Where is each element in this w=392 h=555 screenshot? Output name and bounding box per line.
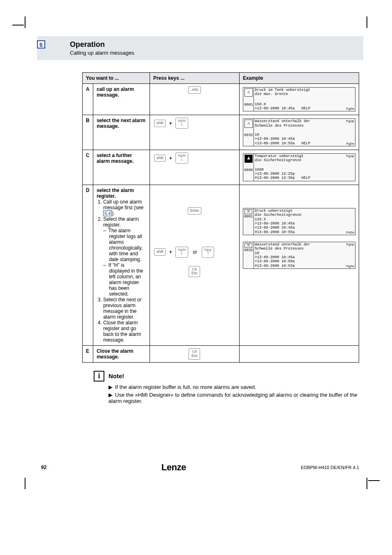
step-3: Select the next or previous alarm messag… [103, 297, 146, 320]
crop-mark [25, 16, 25, 28]
step-2b: If "H" is displayed in the left column, … [109, 262, 146, 297]
crop-mark [12, 25, 24, 25]
shift-key: shift [154, 155, 166, 162]
crop-mark [367, 16, 367, 28]
lcd-example: H 0001 Druck uebersteigt die Sicherheits… [243, 208, 355, 235]
pgdn-key: PgDN↓ [175, 247, 188, 258]
row-desc: call up an alarm message. [97, 86, 134, 98]
enter-key: Enter [188, 207, 202, 215]
table-row: B select the next alarm message. shift +… [83, 115, 359, 150]
brand-logo: Lenze [161, 462, 186, 473]
clr-esc-key: ClrEsc [189, 348, 200, 360]
row-id: B [86, 118, 90, 123]
step-1: Call up one alarm message first (see 6.4… [103, 199, 146, 216]
page-title: Operation [70, 40, 363, 49]
col-want: You want to ... [83, 73, 150, 84]
shift-key: shift [154, 248, 166, 256]
crop-mark [25, 478, 25, 489]
page-header: 6 Operation Calling up alarm messages [37, 36, 363, 60]
table-row: C select a further alarm message. shift … [83, 150, 359, 185]
clr-esc-key: ClrEsc [189, 266, 200, 278]
plus-icon: + [169, 120, 172, 126]
crop-mark [367, 478, 367, 489]
alarm-icon: ▲ [244, 155, 253, 163]
info-key: ○Info [188, 86, 201, 94]
page-number: 92 [41, 465, 46, 470]
row-id: C [86, 153, 90, 158]
table-row: E Close the alarm message. ClrEsc [83, 345, 359, 362]
h-indicator: H [244, 209, 252, 214]
note-section: i Note! ▶If the alarm register buffer is… [94, 371, 359, 404]
crop-mark [368, 480, 380, 481]
warning-icon: ⚠ [244, 88, 253, 97]
table-row: D select the alarm register. Call up one… [83, 185, 359, 345]
row-desc: select a further alarm message. [97, 153, 134, 164]
note-bullet: ▶Use the »HMI Designer« to define comman… [108, 392, 359, 404]
or-text: or [193, 249, 197, 255]
shift-key: shift [154, 120, 166, 127]
lcd-example: ⚠ 0032 PgUp Wasserstand unterhalb der Sc… [243, 118, 355, 146]
col-keys: Press keys ... [150, 73, 239, 84]
step-2a: The alarm register logs all alarms chron… [109, 228, 146, 262]
instruction-table: You want to ... Press keys ... Example A… [82, 72, 359, 363]
pgup-key: PgUp↑ [202, 247, 214, 258]
row-title: select the alarm register. [97, 187, 134, 199]
xref-link[interactable]: 6.4 [103, 210, 112, 216]
bell-icon: ⚠ [244, 120, 253, 128]
row-desc: Close the alarm message. [97, 348, 133, 360]
chapter-number: 6 [37, 40, 45, 49]
lcd-example: H 0032 PgUp Wasserstand unterhalb der Sc… [243, 242, 355, 269]
lcd-example: ⚠ 0001 Druck im Tank uebersteigt die max… [243, 87, 355, 111]
row-id: A [86, 86, 90, 92]
table-header-row: You want to ... Press keys ... Example [83, 73, 359, 84]
row-id: E [86, 348, 89, 354]
step-2: Select the alarm register. The alarm reg… [103, 216, 146, 297]
plus-icon: + [169, 155, 172, 161]
note-title: Note! [108, 372, 124, 379]
table-row: A call up an alarm message. ○Info ⚠ 0001… [83, 84, 359, 115]
page-subtitle: Calling up alarm messages [70, 50, 363, 56]
row-desc: select the next alarm message. [97, 118, 145, 129]
page-footer: 92 Lenze EDBPM-H410 DE/EN/FR 4.1 [0, 462, 392, 473]
h-indicator: H [244, 243, 252, 248]
step-4: Close the alarm register and go back to … [103, 320, 146, 343]
pgdn-key: PgDN↓ [175, 153, 188, 164]
document-id: EDBPM-H410 DE/EN/FR 4.1 [301, 465, 359, 470]
info-icon: i [94, 371, 104, 382]
row-id: D [86, 187, 90, 193]
col-example: Example [240, 73, 359, 84]
note-bullet: ▶If the alarm register buffer is full, n… [108, 384, 359, 390]
lcd-example: ▲ 0006 PgUp Temperatur uebersteigt die S… [243, 153, 355, 181]
pgdn-key: PgDN↓ [175, 118, 188, 129]
plus-icon: + [169, 249, 172, 255]
